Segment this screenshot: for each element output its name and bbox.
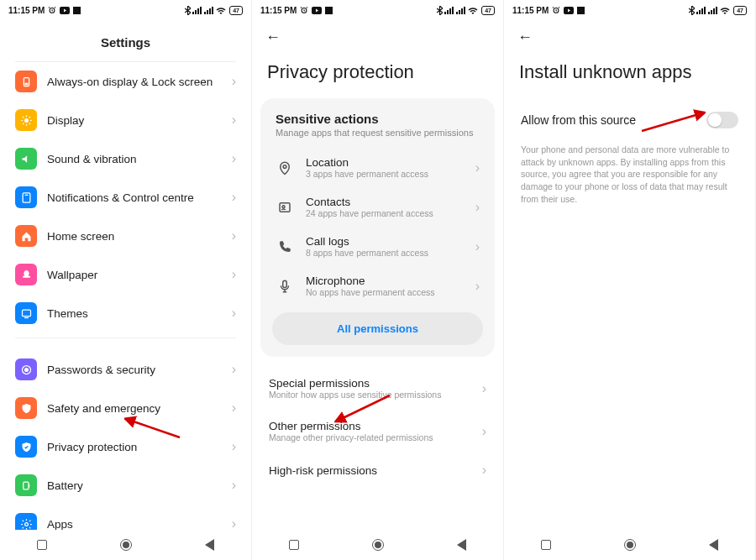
chevron-right-icon: › <box>232 400 236 416</box>
back-button[interactable]: ← <box>517 29 533 45</box>
all-permissions-button[interactable]: All permissions <box>272 312 483 345</box>
permission-label: Contacts <box>306 196 433 208</box>
category-label: High-risk permissions <box>269 464 377 477</box>
settings-item-icon <box>15 397 37 419</box>
signal-icon-2 <box>456 7 466 14</box>
svg-rect-11 <box>24 82 28 85</box>
card-title: Sensitive actions <box>267 112 488 126</box>
permission-item[interactable]: Location3 apps have permanent access› <box>267 148 488 187</box>
svg-rect-8 <box>209 8 211 14</box>
allow-from-source-row[interactable]: Allow from this source <box>504 98 755 135</box>
category-desc: Manage other privacy-related permissions <box>269 432 433 442</box>
nav-home[interactable] <box>624 539 636 551</box>
permission-category-item[interactable]: Other permissionsManage other privacy-re… <box>252 410 503 453</box>
svg-line-17 <box>23 117 24 118</box>
svg-point-29 <box>24 522 28 526</box>
nav-back[interactable] <box>205 539 214 551</box>
settings-item[interactable]: Wallpaper› <box>0 255 251 294</box>
settings-item[interactable]: Passwords & security› <box>0 350 251 389</box>
svg-rect-34 <box>449 8 451 14</box>
page-title: Settings <box>0 18 251 61</box>
nav-recents[interactable] <box>289 540 299 550</box>
svg-point-42 <box>282 205 285 207</box>
svg-line-19 <box>23 123 24 123</box>
nav-back[interactable] <box>709 539 718 551</box>
settings-item[interactable]: Always-on display & Lock screen› <box>0 62 251 101</box>
page-title: Privacy protection <box>252 50 503 98</box>
settings-item[interactable]: Battery› <box>0 466 251 505</box>
nav-home[interactable] <box>120 539 132 551</box>
square-icon <box>325 7 333 14</box>
permission-category-item[interactable]: Special permissionsMonitor how apps use … <box>252 367 503 410</box>
install-unknown-apps-screen: 11:15 PM 47 ← Install unknown apps Allow… <box>504 0 756 560</box>
permission-desc: 24 apps have permanent access <box>306 208 433 218</box>
settings-item-icon <box>15 474 37 496</box>
bluetooth-icon <box>185 6 191 15</box>
settings-item-icon <box>15 71 37 92</box>
signal-icon <box>444 7 454 14</box>
svg-point-12 <box>24 118 29 123</box>
nav-back[interactable] <box>457 539 466 551</box>
square-icon <box>73 7 81 14</box>
permission-label: Microphone <box>306 275 435 287</box>
chevron-right-icon: › <box>482 463 486 478</box>
permission-desc: No apps have permanent access <box>306 287 435 297</box>
alarm-icon <box>300 6 308 14</box>
permission-item[interactable]: MicrophoneNo apps have permanent access› <box>267 266 488 306</box>
youtube-icon <box>564 7 574 14</box>
settings-item[interactable]: Privacy protection› <box>0 427 251 466</box>
settings-screen: 11:15 PM 47 Settings Always-on display &… <box>0 0 252 560</box>
permission-item[interactable]: Call logs8 apps have permanent access› <box>267 227 488 266</box>
settings-item[interactable]: Notifications & Control centre› <box>0 178 251 217</box>
settings-item-icon <box>15 148 37 170</box>
svg-point-26 <box>24 368 28 371</box>
svg-rect-39 <box>464 7 465 14</box>
allow-from-source-toggle[interactable] <box>706 112 738 128</box>
svg-rect-6 <box>204 12 206 14</box>
battery-icon: 47 <box>481 6 495 15</box>
settings-item-icon <box>15 436 37 458</box>
svg-rect-5 <box>200 7 202 14</box>
settings-item[interactable]: Themes› <box>0 294 251 332</box>
settings-item[interactable]: Sound & vibration› <box>0 139 251 178</box>
battery-icon: 47 <box>733 6 747 15</box>
alarm-icon <box>552 6 560 14</box>
svg-rect-27 <box>23 482 28 489</box>
settings-item-label: Always-on display & Lock screen <box>47 76 222 88</box>
card-subtitle: Manage apps that request sensitive permi… <box>267 126 488 148</box>
settings-item-label: Home screen <box>47 230 222 243</box>
svg-rect-43 <box>283 280 287 287</box>
nav-home[interactable] <box>372 539 384 551</box>
youtube-icon <box>312 7 322 14</box>
settings-item[interactable]: Home screen› <box>0 217 251 255</box>
svg-rect-35 <box>452 7 454 14</box>
settings-item[interactable]: Display› <box>0 101 251 139</box>
settings-item[interactable]: Safety and emergency› <box>0 389 251 427</box>
settings-item-label: Apps <box>47 518 222 531</box>
permission-desc: 3 apps have permanent access <box>306 169 428 179</box>
permission-label: Call logs <box>306 235 428 248</box>
nav-recents[interactable] <box>37 540 47 550</box>
chevron-right-icon: › <box>482 381 486 396</box>
category-label: Special permissions <box>269 377 441 390</box>
settings-item-label: Sound & vibration <box>47 153 222 165</box>
warning-text: Your phone and personal data are more vu… <box>504 135 755 213</box>
settings-item-icon <box>15 186 37 208</box>
page-title: Install unknown apps <box>504 50 755 98</box>
settings-item-label: Passwords & security <box>47 364 222 376</box>
toggle-label: Allow from this source <box>521 113 636 127</box>
signal-icon <box>192 7 202 14</box>
back-button[interactable]: ← <box>265 29 281 45</box>
alarm-icon <box>48 6 56 14</box>
signal-icon-2 <box>708 7 718 14</box>
nav-recents[interactable] <box>541 540 551 550</box>
svg-rect-51 <box>711 10 712 14</box>
chevron-right-icon: › <box>232 190 236 205</box>
chevron-right-icon: › <box>482 424 486 439</box>
settings-item-label: Wallpaper <box>47 269 222 281</box>
permission-category-item[interactable]: High-risk permissions› <box>252 453 503 488</box>
status-time: 11:15 PM <box>260 6 297 15</box>
permission-item[interactable]: Contacts24 apps have permanent access› <box>267 187 488 227</box>
square-icon <box>577 7 585 14</box>
svg-rect-3 <box>195 10 197 14</box>
